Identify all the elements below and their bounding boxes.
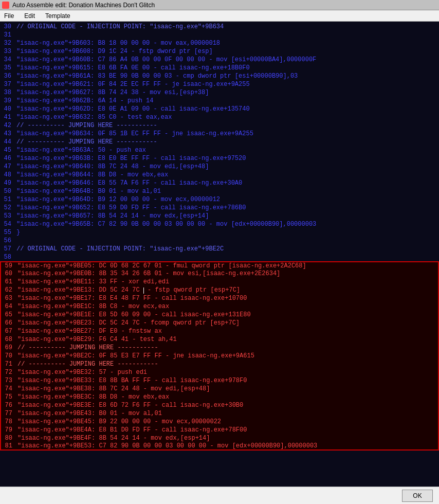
line-content: "isaac-ng.exe"+9B657: 8B 54 24 14 - mov …	[14, 212, 209, 220]
code-line: 36"isaac-ng.exe"+9B61A: 83 BE 90 0B 00 0…	[0, 72, 439, 80]
line-content: "isaac-ng.exe"+9BE1C: 8B C8 - mov ecx,ea…	[15, 303, 169, 310]
ok-button[interactable]: OK	[402, 490, 433, 502]
line-number: 67	[1, 328, 15, 335]
menu-file[interactable]: File	[2, 11, 16, 21]
line-content: "isaac-ng.exe"+9BE32: 57 - push edi	[15, 369, 147, 376]
code-line: 46"isaac-ng.exe"+9B63B: E8 E0 BE FF FF -…	[0, 154, 439, 163]
line-number: 42	[0, 122, 14, 129]
line-content: "isaac-ng.exe"+9B627: 8B 74 24 38 - mov …	[14, 89, 209, 96]
line-number: 48	[0, 171, 14, 178]
line-number: 71	[1, 361, 15, 368]
line-content: "isaac-ng.exe"+9B64D: B9 12 00 00 00 - m…	[14, 196, 220, 203]
line-number: 59	[1, 262, 15, 269]
code-line: 31	[0, 31, 439, 39]
code-line: 35"isaac-ng.exe"+9B615: E8 6B FA 0E 00 -…	[0, 64, 439, 72]
line-number: 78	[1, 418, 15, 425]
line-number: 44	[0, 138, 14, 146]
line-content: "isaac-ng.exe"+9B62D: E8 0E A1 09 00 - c…	[14, 105, 250, 113]
code-line: 50"isaac-ng.exe"+9B64B: B0 01 - mov al,0…	[0, 187, 439, 195]
code-line: 52"isaac-ng.exe"+9B652: E8 59 D0 FD FF -…	[0, 204, 439, 212]
code-line: 80"isaac-ng.exe"+9BE4F: 8B 54 24 14 - mo…	[0, 434, 439, 442]
line-content: "isaac-ng.exe"+9BE29: F6 C4 41 - test ah…	[15, 336, 177, 343]
line-number: 37	[0, 81, 14, 88]
code-line: 75"isaac-ng.exe"+9BE3C: 8B D8 - mov ebx,…	[0, 393, 439, 401]
line-number: 63	[1, 295, 15, 302]
line-number: 35	[0, 64, 14, 71]
line-number: 81	[1, 442, 15, 449]
menu-template[interactable]: Template	[43, 11, 72, 21]
line-content: "isaac-ng.exe"+9BE11: 33 FF - xor edi,ed…	[15, 278, 169, 285]
line-content: "isaac-ng.exe"+9B63A: 50 - push eax	[14, 147, 146, 154]
line-content: "isaac-ng.exe"+9BE05: DC 0D 68 2C 67 01 …	[15, 262, 306, 269]
code-line: 34"isaac-ng.exe"+9B60B: C7 86 A4 0B 00 0…	[0, 56, 439, 64]
code-line: 58	[0, 253, 439, 261]
line-content: // ---------- JUMPING HERE -----------	[14, 138, 157, 146]
line-number: 36	[0, 73, 14, 80]
line-number: 33	[0, 48, 14, 55]
code-line: 81"isaac-ng.exe"+9BE53: C7 82 90 0B 00 0…	[0, 442, 439, 451]
line-content: // ---------- JUMPING HERE -----------	[14, 122, 157, 129]
code-line: 79"isaac-ng.exe"+9BE4A: E8 B1 D0 FD FF -…	[0, 426, 439, 434]
title-bar: Auto Assemble edit: Donation Machines Do…	[0, 0, 439, 10]
title-bar-icon	[2, 2, 9, 9]
line-number: 77	[1, 410, 15, 417]
code-line: 59"isaac-ng.exe"+9BE05: DC 0D 68 2C 67 0…	[0, 261, 439, 269]
code-line: 70"isaac-ng.exe"+9BE2C: 0F 85 E3 E7 FF F…	[0, 352, 439, 360]
code-line: 60"isaac-ng.exe"+9BE0B: 8B 35 34 26 6B 0…	[0, 269, 439, 278]
code-area[interactable]: 30// ORIGINAL CODE - INJECTION POINT: "i…	[0, 22, 439, 487]
menu-edit[interactable]: Edit	[22, 11, 37, 21]
line-content: // ORIGINAL CODE - INJECTION POINT: "isa…	[14, 23, 224, 30]
line-content: "isaac-ng.exe"+9BE53: C7 82 90 0B 00 00 …	[15, 442, 317, 449]
line-number: 54	[0, 221, 14, 228]
title-bar-text: Auto Assemble edit: Donation Machines Do…	[12, 2, 437, 9]
code-line: 73"isaac-ng.exe"+9BE33: E8 8B BA FF FF -…	[0, 376, 439, 385]
bottom-bar: OK	[0, 487, 439, 504]
line-content: "isaac-ng.exe"+9BE4A: E8 B1 D0 FD FF - c…	[15, 426, 247, 434]
line-number: 47	[0, 163, 14, 170]
line-number: 43	[0, 130, 14, 137]
line-number: 50	[0, 188, 14, 195]
line-content: "isaac-ng.exe"+9B644: 8B D8 - mov ebx,ea…	[14, 171, 168, 178]
code-line: 39"isaac-ng.exe"+9B62B: 6A 14 - push 14	[0, 97, 439, 105]
line-content: // ---------- JUMPING HERE -----------	[15, 361, 158, 368]
code-line: 72"isaac-ng.exe"+9BE32: 57 - push edi	[0, 368, 439, 376]
line-content: "isaac-ng.exe"+9B634: 0F 85 1B EC FF FF …	[14, 130, 253, 137]
line-number: 72	[1, 369, 15, 376]
code-line: 57// ORIGINAL CODE - INJECTION POINT: "i…	[0, 245, 439, 253]
code-line: 32"isaac-ng.exe"+9B603: B8 18 00 00 00 -…	[0, 39, 439, 47]
line-content: "isaac-ng.exe"+9BE2C: 0F 85 E3 E7 FF FF …	[15, 352, 254, 359]
line-number: 65	[1, 311, 15, 318]
line-content: "isaac-ng.exe"+9B61A: 83 BE 90 0B 00 00 …	[14, 73, 298, 80]
line-content: "isaac-ng.exe"+9BE38: 8B 7C 24 48 - mov …	[15, 385, 210, 392]
code-line: 78"isaac-ng.exe"+9BE45: B9 22 00 00 00 -…	[0, 418, 439, 426]
code-line: 68"isaac-ng.exe"+9BE29: F6 C4 41 - test …	[0, 335, 439, 344]
line-content: "isaac-ng.exe"+9B608: D9 1C 24 - fstp dw…	[14, 48, 213, 55]
code-line: 69// ---------- JUMPING HERE -----------	[0, 344, 439, 352]
line-content: "isaac-ng.exe"+9B652: E8 59 D0 FD FF - c…	[14, 204, 246, 211]
line-number: 41	[0, 114, 14, 121]
line-number: 32	[0, 40, 14, 47]
line-content: "isaac-ng.exe"+9B621: 0F 84 2E EC FF FF …	[14, 81, 250, 88]
code-line: 30// ORIGINAL CODE - INJECTION POINT: "i…	[0, 23, 439, 31]
code-line: 49"isaac-ng.exe"+9B646: E8 55 7A F6 FF -…	[0, 179, 439, 187]
code-line: 64"isaac-ng.exe"+9BE1C: 8B C8 - mov ecx,…	[0, 302, 439, 311]
line-content: "isaac-ng.exe"+9BE4F: 8B 54 24 14 - mov …	[15, 435, 210, 442]
line-number: 60	[1, 270, 15, 277]
line-number: 39	[0, 97, 14, 104]
line-number: 62	[1, 286, 15, 294]
code-line: 42// ---------- JUMPING HERE -----------	[0, 121, 439, 130]
line-number: 38	[0, 89, 14, 96]
code-line: 54"isaac-ng.exe"+9B65B: C7 82 90 0B 00 0…	[0, 220, 439, 228]
code-line: 65"isaac-ng.exe"+9BE1E: E8 5D 60 09 00 -…	[0, 311, 439, 319]
code-line: 56	[0, 237, 439, 245]
line-number: 56	[0, 237, 14, 244]
code-line: 67"isaac-ng.exe"+9BE27: DF E0 - fnstsw a…	[0, 327, 439, 335]
line-number: 52	[0, 204, 14, 211]
line-number: 76	[1, 402, 15, 409]
line-content: "isaac-ng.exe"+9BE1E: E8 5D 60 09 00 - c…	[15, 311, 251, 318]
line-content: "isaac-ng.exe"+9BE3E: E8 6D 72 F6 FF - c…	[15, 402, 243, 409]
code-line: 40"isaac-ng.exe"+9B62D: E8 0E A1 09 00 -…	[0, 105, 439, 113]
line-number: 51	[0, 196, 14, 203]
line-number: 80	[1, 435, 15, 442]
code-line: 62"isaac-ng.exe"+9BE13: DD 5C 24 7C - fs…	[0, 286, 439, 294]
